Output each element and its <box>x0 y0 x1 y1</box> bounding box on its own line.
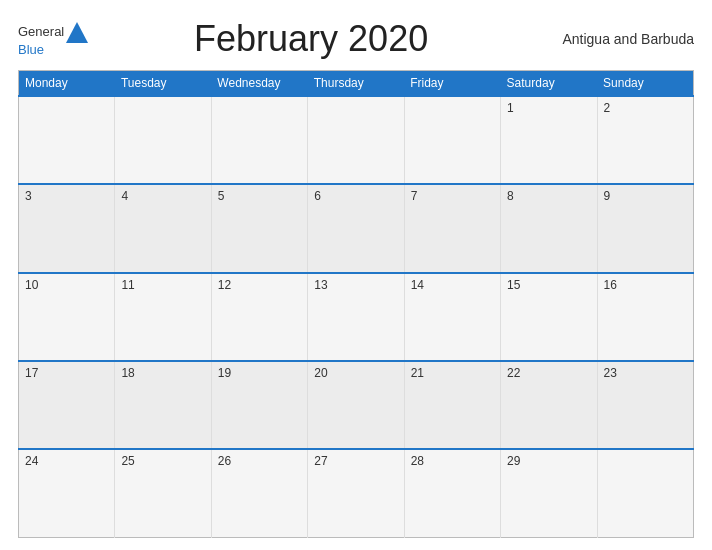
svg-marker-0 <box>66 22 88 43</box>
day-number: 6 <box>314 189 397 203</box>
logo-general: General <box>18 25 64 39</box>
calendar-cell <box>115 96 211 184</box>
day-header-wednesday: Wednesday <box>211 71 307 97</box>
calendar-cell <box>308 96 404 184</box>
calendar-cell: 14 <box>404 273 500 361</box>
day-number: 14 <box>411 278 494 292</box>
calendar-body: 1234567891011121314151617181920212223242… <box>19 96 694 538</box>
day-number: 16 <box>604 278 687 292</box>
day-number: 20 <box>314 366 397 380</box>
calendar-cell: 7 <box>404 184 500 272</box>
day-number: 8 <box>507 189 590 203</box>
calendar-cell: 28 <box>404 449 500 537</box>
logo-flag-icon <box>66 21 88 43</box>
days-of-week-row: MondayTuesdayWednesdayThursdayFridaySatu… <box>19 71 694 97</box>
day-header-thursday: Thursday <box>308 71 404 97</box>
day-number: 15 <box>507 278 590 292</box>
calendar-cell: 22 <box>501 361 597 449</box>
logo: General Blue <box>18 21 88 57</box>
calendar-cell <box>597 449 693 537</box>
calendar-cell: 8 <box>501 184 597 272</box>
day-number: 7 <box>411 189 494 203</box>
calendar-cell: 16 <box>597 273 693 361</box>
day-number: 25 <box>121 454 204 468</box>
calendar-cell: 23 <box>597 361 693 449</box>
day-header-friday: Friday <box>404 71 500 97</box>
day-number: 27 <box>314 454 397 468</box>
calendar-cell <box>404 96 500 184</box>
day-number: 1 <box>507 101 590 115</box>
day-number: 18 <box>121 366 204 380</box>
calendar-cell: 9 <box>597 184 693 272</box>
day-number: 21 <box>411 366 494 380</box>
calendar-cell: 15 <box>501 273 597 361</box>
calendar-cell: 29 <box>501 449 597 537</box>
day-number: 28 <box>411 454 494 468</box>
day-number: 2 <box>604 101 687 115</box>
calendar-cell: 21 <box>404 361 500 449</box>
calendar-cell <box>211 96 307 184</box>
calendar-cell: 6 <box>308 184 404 272</box>
day-number: 9 <box>604 189 687 203</box>
day-number: 26 <box>218 454 301 468</box>
day-header-saturday: Saturday <box>501 71 597 97</box>
calendar-week-row: 17181920212223 <box>19 361 694 449</box>
calendar-title: February 2020 <box>88 18 534 60</box>
calendar-cell: 24 <box>19 449 115 537</box>
calendar-cell: 17 <box>19 361 115 449</box>
calendar-cell: 12 <box>211 273 307 361</box>
day-number: 23 <box>604 366 687 380</box>
day-number: 12 <box>218 278 301 292</box>
calendar-cell: 4 <box>115 184 211 272</box>
day-number: 29 <box>507 454 590 468</box>
day-number: 24 <box>25 454 108 468</box>
calendar-week-row: 10111213141516 <box>19 273 694 361</box>
calendar-cell: 10 <box>19 273 115 361</box>
calendar-cell: 5 <box>211 184 307 272</box>
day-number: 11 <box>121 278 204 292</box>
header: General Blue February 2020 Antigua and B… <box>18 18 694 60</box>
calendar-cell: 19 <box>211 361 307 449</box>
day-number: 3 <box>25 189 108 203</box>
day-number: 17 <box>25 366 108 380</box>
calendar-week-row: 12 <box>19 96 694 184</box>
calendar-cell: 25 <box>115 449 211 537</box>
day-number: 4 <box>121 189 204 203</box>
day-number: 19 <box>218 366 301 380</box>
country-label: Antigua and Barbuda <box>534 31 694 47</box>
calendar-table: MondayTuesdayWednesdayThursdayFridaySatu… <box>18 70 694 538</box>
day-number: 13 <box>314 278 397 292</box>
calendar-week-row: 242526272829 <box>19 449 694 537</box>
day-header-sunday: Sunday <box>597 71 693 97</box>
day-number: 22 <box>507 366 590 380</box>
calendar-cell: 1 <box>501 96 597 184</box>
calendar-cell: 11 <box>115 273 211 361</box>
calendar-cell: 3 <box>19 184 115 272</box>
day-header-tuesday: Tuesday <box>115 71 211 97</box>
calendar-cell <box>19 96 115 184</box>
day-number: 10 <box>25 278 108 292</box>
calendar-header: MondayTuesdayWednesdayThursdayFridaySatu… <box>19 71 694 97</box>
calendar-cell: 20 <box>308 361 404 449</box>
page: General Blue February 2020 Antigua and B… <box>0 0 712 550</box>
calendar-cell: 26 <box>211 449 307 537</box>
day-header-monday: Monday <box>19 71 115 97</box>
calendar-cell: 2 <box>597 96 693 184</box>
calendar-cell: 13 <box>308 273 404 361</box>
calendar-cell: 18 <box>115 361 211 449</box>
calendar-cell: 27 <box>308 449 404 537</box>
calendar-week-row: 3456789 <box>19 184 694 272</box>
day-number: 5 <box>218 189 301 203</box>
logo-blue: Blue <box>18 43 44 57</box>
